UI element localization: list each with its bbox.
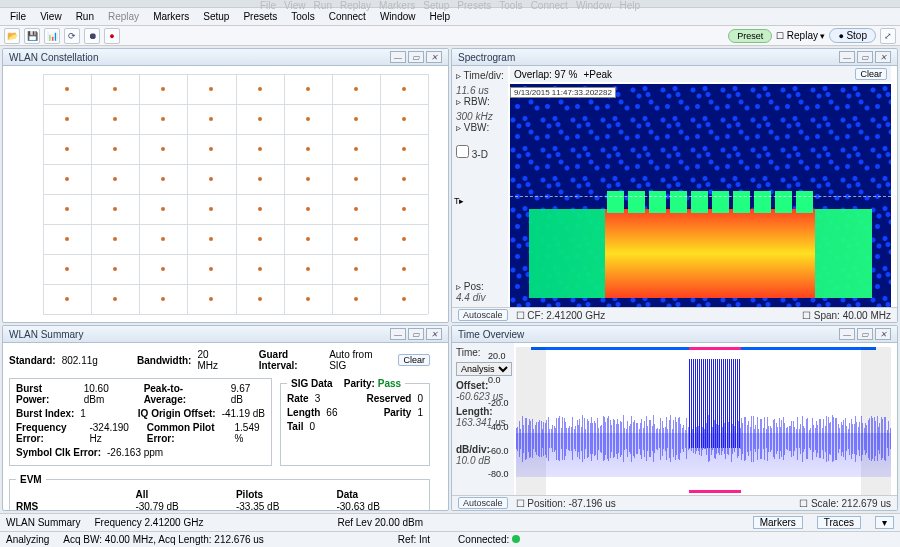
cf-label[interactable]: CF: 2.41200 GHz bbox=[527, 310, 605, 321]
live-icon[interactable]: ● bbox=[104, 28, 120, 44]
markers-button[interactable]: Markers bbox=[753, 516, 803, 529]
open-icon[interactable]: 📂 bbox=[4, 28, 20, 44]
menu-run[interactable]: Run bbox=[70, 10, 100, 23]
span-label[interactable]: Span: 40.00 MHz bbox=[814, 310, 891, 321]
record-icon[interactable]: ⏺ bbox=[84, 28, 100, 44]
panel-spectrogram: Spectrogram —▭✕ Overlap: 97 % +Peak Clea… bbox=[451, 48, 898, 323]
clear-button[interactable]: Clear bbox=[398, 354, 430, 366]
menu-connect[interactable]: Connect bbox=[323, 10, 372, 23]
ref-info: Ref: Int bbox=[398, 534, 430, 545]
active-view-label: WLAN Summary bbox=[6, 517, 80, 528]
connection-status: Connected: bbox=[458, 534, 524, 545]
time-mode-select[interactable]: Analysis bbox=[456, 362, 512, 376]
panel-time-overview: Time Overview —▭✕ Time: Analysis Offset:… bbox=[451, 325, 898, 511]
peak-label: +Peak bbox=[583, 69, 612, 80]
menu-tools[interactable]: Tools bbox=[285, 10, 320, 23]
collapse-icon[interactable]: ▾ bbox=[875, 516, 894, 529]
panel-summary: WLAN Summary —▭✕ Standard: 802.11g Bandw… bbox=[2, 325, 449, 511]
preset-button[interactable]: Preset bbox=[728, 29, 772, 43]
spectrogram-plot[interactable] bbox=[510, 84, 891, 307]
menu-markers[interactable]: Markers bbox=[147, 10, 195, 23]
3d-checkbox[interactable] bbox=[456, 145, 469, 158]
panel-title: WLAN Constellation bbox=[9, 52, 98, 63]
autoscale-button[interactable]: Autoscale bbox=[458, 497, 508, 509]
statusbar: WLAN Summary Frequency 2.41200 GHz Ref L… bbox=[0, 513, 900, 531]
time-plot[interactable]: 20.0 0.0 -20.0 -40.0 -60.0 -80.0 bbox=[516, 347, 891, 495]
autoscale-button[interactable]: Autoscale bbox=[458, 309, 508, 321]
expand-icon[interactable]: ⤢ bbox=[880, 28, 896, 44]
panel-title: Spectrogram bbox=[458, 52, 515, 63]
close-icon[interactable]: ✕ bbox=[426, 51, 442, 63]
menu-presets[interactable]: Presets bbox=[237, 10, 283, 23]
scale-label[interactable]: Scale: 212.679 us bbox=[811, 498, 891, 509]
refresh-icon[interactable]: ⟳ bbox=[64, 28, 80, 44]
acq-info: Acq BW: 40.00 MHz, Acq Length: 212.676 u… bbox=[63, 534, 264, 545]
menu-file[interactable]: File bbox=[4, 10, 32, 23]
toolbar: 📂 💾 📊 ⟳ ⏺ ● Preset ☐ Replay ▾ ● Stop ⤢ bbox=[0, 26, 900, 46]
chart-icon[interactable]: 📊 bbox=[44, 28, 60, 44]
position-label[interactable]: Position: -87.196 us bbox=[527, 498, 615, 509]
menu-help[interactable]: Help bbox=[423, 10, 456, 23]
panel-title: Time Overview bbox=[458, 329, 524, 340]
traces-button[interactable]: Traces bbox=[817, 516, 861, 529]
run-state: Analyzing bbox=[6, 534, 49, 545]
statusbar-2: Analyzing Acq BW: 40.00 MHz, Acq Length:… bbox=[0, 531, 900, 547]
menu-window[interactable]: Window bbox=[374, 10, 422, 23]
menu-replay[interactable]: Replay bbox=[102, 10, 145, 23]
menu-view[interactable]: View bbox=[34, 10, 68, 23]
stop-button[interactable]: ● Stop bbox=[829, 28, 876, 43]
ghost-menu: File bbox=[260, 0, 276, 11]
menu-setup[interactable]: Setup bbox=[197, 10, 235, 23]
overlap-label: Overlap: 97 % bbox=[514, 69, 577, 80]
clear-button[interactable]: Clear bbox=[855, 68, 887, 80]
panel-constellation: WLAN Constellation —▭✕ bbox=[2, 48, 449, 323]
timestamp-label: 9/13/2015 11:47:33.202282 bbox=[510, 87, 616, 98]
replay-toggle[interactable]: Replay bbox=[787, 30, 818, 41]
max-icon[interactable]: ▭ bbox=[408, 51, 424, 63]
min-icon[interactable]: — bbox=[390, 51, 406, 63]
save-icon[interactable]: 💾 bbox=[24, 28, 40, 44]
panel-title: WLAN Summary bbox=[9, 329, 83, 340]
